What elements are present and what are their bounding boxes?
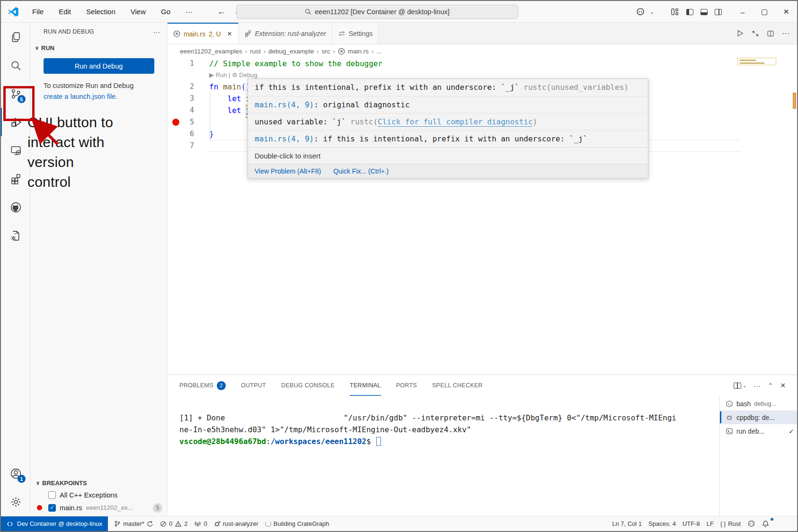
indentation-status[interactable]: Spaces: 4 [645,519,679,529]
menu-selection[interactable]: Selection [80,6,121,17]
remote-indicator[interactable]: Dev Container @ desktop-linux [1,516,108,532]
panel-tab-terminal[interactable]: TERMINAL [350,375,381,396]
close-button[interactable]: ✕ [775,1,797,23]
breadcrumb-item[interactable]: main.rs [348,48,369,55]
split-editor-icon[interactable] [767,30,774,37]
customize-layout-icon[interactable] [668,5,683,19]
encoding-status[interactable]: UTF-8 [679,519,703,529]
ports-status[interactable]: 0 [191,519,210,529]
task-status[interactable]: Building CrateGraph [262,519,333,529]
breakpoints-header[interactable]: ∨ BREAKPOINTS [30,476,167,488]
create-launch-json-link[interactable]: create a launch.json file. [44,93,117,100]
sidebar-more-icon[interactable]: ··· [153,28,160,36]
panel-maximize-icon[interactable]: ⌃ [768,382,773,389]
command-center-search[interactable]: eeen11202 [Dev Container @ desktop-linux… [236,5,518,19]
panel-tab-ports[interactable]: PORTS [396,375,417,396]
line-number[interactable]: 5 [168,116,209,128]
panel-more-icon[interactable]: ··· [754,382,761,390]
run-section-header[interactable]: ∨ RUN [30,41,167,53]
breakpoint-dot[interactable] [172,119,179,126]
open-changes-icon[interactable] [752,30,759,37]
github-icon [10,201,22,213]
eol-status[interactable]: LF [703,519,717,529]
terminal-list-item-run-deb-[interactable]: run deb...✓ [720,424,797,438]
menu-view[interactable]: View [125,6,151,17]
activity-github[interactable] [1,193,30,221]
tab-close-icon[interactable]: ✕ [227,30,232,37]
breakpoint-checkbox[interactable]: ✓ [48,504,56,512]
breakpoint-row-main-rs[interactable]: ✓main.rseeen11202_ex...5 [30,501,167,514]
terminal-output[interactable]: [1] + Done "/usr/bin/gdb" --interpreter=… [168,396,719,516]
file-gear-icon [10,230,22,242]
line-number[interactable]: 6 [168,128,209,140]
line-number[interactable]: 7 [168,140,209,152]
activity-cpp-tools[interactable] [1,221,30,250]
tab-extension-rust-analyzer[interactable]: Extension: rust-analyzer [239,23,332,44]
terminal-list-item-cppdbg-de-[interactable]: cppdbg: de... [720,410,797,424]
copilot-icon[interactable] [633,5,647,19]
lang-server-status[interactable]: rust-analyzer [222,519,262,529]
problems-status[interactable]: 0 2 [157,519,191,529]
diagnostic-row: main.rs(4, 9): if this is intentional, p… [248,130,648,147]
run-icon[interactable] [736,29,744,37]
breakpoint-count-badge: 5 [153,503,162,513]
sync-icon [147,521,153,527]
activity-remote-explorer[interactable] [1,136,30,165]
line-number[interactable]: 3 [168,93,209,105]
breadcrumb-item[interactable]: ... [376,48,381,55]
compiler-diagnostic-link[interactable]: Click for full compiler diagnostic [378,117,533,126]
toggle-primary-sidebar-icon[interactable] [683,5,697,19]
copilot-status-icon[interactable] [744,519,759,529]
panel-tab-spell-checker[interactable]: SPELL CHECKER [432,375,483,396]
toggle-panel-icon[interactable] [697,5,711,19]
vscode-window: FileEditSelectionViewGo··· ← → eeen11202… [0,0,798,532]
minimap[interactable] [737,58,776,65]
search-icon [10,60,22,71]
breadcrumb-item[interactable]: eeen11202_examples [180,48,242,55]
maximize-button[interactable]: ▢ [754,1,775,23]
quick-fix-link[interactable]: Quick Fix... (Ctrl+.) [333,167,389,175]
title-bar: FileEditSelectionViewGo··· ← → eeen11202… [1,1,797,23]
activity-manage[interactable] [1,488,30,516]
debug-icon [214,520,221,527]
breadcrumb-item[interactable]: rust [250,48,261,55]
git-branch-status[interactable]: master* [111,519,157,529]
line-number[interactable]: 2 [168,81,209,93]
cursor-position-status[interactable]: Ln 7, Col 1 [609,519,645,529]
tab-main-rs[interactable]: Rmain.rs2, U✕ [168,23,239,44]
tab-settings[interactable]: Settings [332,23,379,44]
terminal-list-item-bash[interactable]: bashdebug... [720,397,797,410]
activity-explorer[interactable] [1,23,30,51]
panel-tab-output[interactable]: OUTPUT [241,375,266,396]
editor-more-icon[interactable]: ··· [782,29,789,38]
toggle-secondary-sidebar-icon[interactable] [711,5,725,19]
panel-tab-problems[interactable]: PROBLEMS2 [179,375,226,396]
notifications-bell-icon[interactable] [759,519,772,529]
menu-edit[interactable]: Edit [53,6,77,17]
breadcrumb-item[interactable]: src [321,48,330,55]
split-terminal-icon[interactable]: ⌄ [734,383,746,389]
panel-close-icon[interactable]: ✕ [780,382,786,389]
activity-accounts[interactable]: 1 [1,459,30,488]
run-and-debug-button[interactable]: Run and Debug [44,58,154,74]
activity-search[interactable] [1,51,30,79]
minimize-button[interactable]: – [732,1,754,23]
breadcrumb-item[interactable]: debug_example [268,48,314,55]
panel-tab-debug-console[interactable]: DEBUG CONSOLE [281,375,335,396]
breakpoint-checkbox[interactable] [48,491,56,499]
check-icon: ✓ [789,427,794,435]
line-number[interactable]: 4 [168,105,209,116]
chevron-down-icon[interactable]: ⌄ [647,5,656,19]
debug-status-icon[interactable] [211,519,222,529]
nav-back-button[interactable]: ← [217,7,226,17]
view-problem-link[interactable]: View Problem (Alt+F8) [255,167,321,175]
breakpoint-row-all-c-exceptions[interactable]: All C++ Exceptions [30,488,167,501]
code-line-1[interactable]: 1// Simple example to show the debugger [168,58,797,70]
menu-file[interactable]: File [27,6,49,17]
notification-dot [771,518,773,521]
line-number[interactable]: 1 [168,58,209,70]
activity-extensions[interactable] [1,165,30,193]
menu-go[interactable]: Go [155,6,176,17]
language-mode-status[interactable]: { } Rust [717,519,744,529]
menu-more[interactable]: ··· [180,6,198,17]
